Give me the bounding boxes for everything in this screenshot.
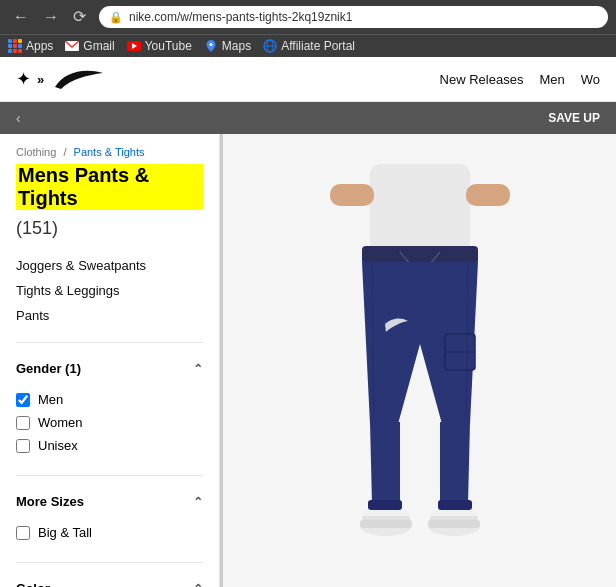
lock-icon: 🔒 <box>109 11 123 24</box>
filter-sizes-body: Big & Tall <box>16 517 203 552</box>
filter-sizes: More Sizes ⌃ Big & Tall <box>16 486 203 552</box>
product-image <box>290 164 550 587</box>
nav-men[interactable]: Men <box>539 72 564 87</box>
breadcrumb-separator: / <box>63 146 66 158</box>
sidebar: Clothing / Pants & Tights Mens Pants & T… <box>0 134 220 587</box>
nav-buttons: ← → ⟳ <box>8 7 91 27</box>
filter-gender-body: Men Women Unisex <box>16 384 203 465</box>
promo-save-text: SAVE UP <box>548 111 600 125</box>
gender-unisex-checkbox[interactable] <box>16 439 30 453</box>
category-links: Joggers & Sweatpants Tights & Leggings P… <box>16 253 203 328</box>
gender-unisex-item[interactable]: Unisex <box>16 434 203 457</box>
bookmark-maps-label: Maps <box>222 39 251 53</box>
filter-color-label: Color <box>16 581 50 587</box>
filter-divider-2 <box>16 475 203 476</box>
refresh-button[interactable]: ⟳ <box>68 7 91 27</box>
category-pants[interactable]: Pants <box>16 303 203 328</box>
filter-sizes-label: More Sizes <box>16 494 84 509</box>
gender-women-item[interactable]: Women <box>16 411 203 434</box>
main-nav-links: New Releases Men Wo <box>440 72 600 87</box>
filter-gender-chevron: ⌃ <box>193 362 203 376</box>
bookmark-maps[interactable]: Maps <box>204 39 251 53</box>
page-title-highlighted: Mens Pants & Tights <box>16 164 203 210</box>
gender-unisex-label: Unisex <box>38 438 78 453</box>
bookmark-affiliate[interactable]: Affiliate Portal <box>263 39 355 53</box>
promo-chevron-icon[interactable]: ‹ <box>16 110 21 126</box>
size-big-tall-item[interactable]: Big & Tall <box>16 521 203 544</box>
size-big-tall-checkbox[interactable] <box>16 526 30 540</box>
nav-new-releases[interactable]: New Releases <box>440 72 524 87</box>
filter-gender: Gender (1) ⌃ Men Women Unisex <box>16 353 203 465</box>
gender-men-item[interactable]: Men <box>16 388 203 411</box>
filter-gender-header[interactable]: Gender (1) ⌃ <box>16 353 203 384</box>
filter-sizes-header[interactable]: More Sizes ⌃ <box>16 486 203 517</box>
bookmark-gmail[interactable]: Gmail <box>65 39 114 53</box>
svg-rect-24 <box>428 520 480 528</box>
gender-men-label: Men <box>38 392 63 407</box>
svg-point-1 <box>209 43 212 46</box>
svg-rect-5 <box>370 164 470 254</box>
bookmark-apps-label: Apps <box>26 39 53 53</box>
back-button[interactable]: ← <box>8 7 34 27</box>
page-title-count: (151) <box>16 218 58 239</box>
breadcrumb-current[interactable]: Pants & Tights <box>74 146 145 158</box>
filter-divider-1 <box>16 342 203 343</box>
svg-rect-7 <box>466 184 510 206</box>
filter-color-header[interactable]: Color ⌃ <box>16 573 203 587</box>
nav-wo[interactable]: Wo <box>581 72 600 87</box>
filter-sizes-chevron: ⌃ <box>193 495 203 509</box>
bookmark-gmail-label: Gmail <box>83 39 114 53</box>
bookmark-youtube[interactable]: YouTube <box>127 39 192 53</box>
address-bar[interactable]: 🔒 nike.com/w/mens-pants-tights-2kq19znik… <box>99 6 608 28</box>
product-image-container <box>223 134 616 587</box>
forward-button[interactable]: → <box>38 7 64 27</box>
browser-chrome: ← → ⟳ 🔒 nike.com/w/mens-pants-tights-2kq… <box>0 0 616 34</box>
url-text: nike.com/w/mens-pants-tights-2kq19znik1 <box>129 10 352 24</box>
size-big-tall-label: Big & Tall <box>38 525 92 540</box>
svg-rect-16 <box>438 500 472 510</box>
apps-grid-icon <box>8 39 22 53</box>
page-title: Mens Pants & Tights (151) <box>16 164 203 239</box>
svg-rect-15 <box>368 500 402 510</box>
bookmark-apps[interactable]: Apps <box>8 39 53 53</box>
svg-rect-6 <box>330 184 374 206</box>
breadcrumb-clothing[interactable]: Clothing <box>16 146 56 158</box>
filter-gender-label: Gender (1) <box>16 361 81 376</box>
affiliate-icon <box>263 39 277 53</box>
youtube-icon <box>127 39 141 53</box>
bookmark-youtube-label: YouTube <box>145 39 192 53</box>
converse-logo[interactable]: » <box>37 72 43 87</box>
page-content: Clothing / Pants & Tights Mens Pants & T… <box>0 134 616 587</box>
filter-color: Color ⌃ Black White Red <box>16 573 203 587</box>
maps-icon <box>204 39 218 53</box>
category-joggers[interactable]: Joggers & Sweatpants <box>16 253 203 278</box>
brand-logos: ✦ » <box>16 65 432 93</box>
breadcrumb: Clothing / Pants & Tights <box>16 146 203 158</box>
promo-bar: ‹ SAVE UP <box>0 102 616 134</box>
product-area <box>223 134 616 587</box>
gender-men-checkbox[interactable] <box>16 393 30 407</box>
category-tights[interactable]: Tights & Leggings <box>16 278 203 303</box>
nike-swoosh[interactable] <box>53 65 103 93</box>
svg-rect-8 <box>362 246 478 264</box>
gender-women-checkbox[interactable] <box>16 416 30 430</box>
bookmarks-bar: Apps Gmail YouTube Maps <box>0 34 616 57</box>
bookmark-affiliate-label: Affiliate Portal <box>281 39 355 53</box>
filter-color-chevron: ⌃ <box>193 582 203 588</box>
gender-women-label: Women <box>38 415 83 430</box>
nike-top-nav: ✦ » New Releases Men Wo <box>0 57 616 102</box>
filter-divider-3 <box>16 562 203 563</box>
jordan-logo[interactable]: ✦ <box>16 68 31 90</box>
svg-rect-23 <box>360 520 412 528</box>
gmail-icon <box>65 41 79 51</box>
